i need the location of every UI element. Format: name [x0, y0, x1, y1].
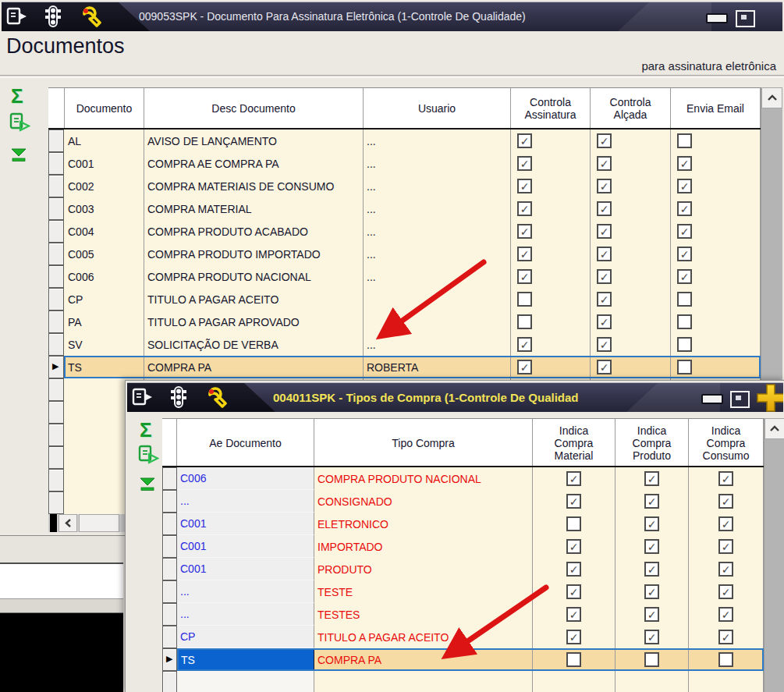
- checkbox-email[interactable]: ✓: [677, 179, 692, 193]
- checkbox-assinatura[interactable]: ✓: [517, 179, 532, 193]
- table-row[interactable]: C001PRODUTO✓✓✓: [162, 558, 764, 580]
- table-row[interactable]: ...TESTES✓✓✓: [162, 603, 764, 626]
- table-row[interactable]: PATITULO A PAGAR APROVADO✓: [48, 311, 761, 333]
- table-row[interactable]: C005COMPRA PRODUTO IMPORTADO...✓✓✓: [48, 243, 761, 265]
- checkbox-consumo[interactable]: [718, 652, 733, 667]
- column-header-envia-email[interactable]: Envia Email: [671, 88, 761, 129]
- table-row[interactable]: C004COMPRA PRODUTO ACABADO...✓✓✓: [48, 220, 761, 243]
- row-selector[interactable]: [162, 558, 177, 580]
- checkbox-material[interactable]: ✓: [566, 494, 581, 509]
- row-selector[interactable]: [48, 220, 64, 243]
- checkbox-material[interactable]: [566, 516, 581, 531]
- row-selector[interactable]: [162, 671, 177, 692]
- checkbox-assinatura[interactable]: ✓: [517, 360, 532, 374]
- checkbox-produto[interactable]: ✓: [644, 539, 659, 554]
- scroll-up-button[interactable]: [761, 87, 782, 108]
- table-row[interactable]: ▶TSCOMPRA PAROBERTA✓✓: [48, 356, 761, 378]
- checkbox-produto[interactable]: ✓: [644, 516, 659, 531]
- checkbox-material[interactable]: [566, 652, 581, 667]
- table-row[interactable]: C006COMPRA PRODUTO NACIONAL...✓✓✓: [48, 265, 761, 288]
- checkbox-consumo[interactable]: ✓: [718, 584, 733, 599]
- exit-icon[interactable]: [132, 388, 154, 410]
- checkbox-alcada[interactable]: ✓: [597, 269, 612, 284]
- row-selector[interactable]: [48, 378, 64, 401]
- checkbox-alcada[interactable]: ✓: [597, 360, 612, 374]
- checkbox-assinatura[interactable]: [517, 292, 532, 307]
- column-header-ae-documento[interactable]: Ae Documento: [177, 419, 314, 467]
- vertical-scrollbar[interactable]: [764, 418, 784, 692]
- traffic-light-icon[interactable]: [169, 386, 188, 411]
- export-tool-icon[interactable]: [9, 112, 30, 136]
- checkbox-email[interactable]: [677, 133, 692, 148]
- row-selector[interactable]: [48, 130, 64, 152]
- checkbox-alcada[interactable]: ✓: [597, 224, 612, 239]
- checkbox-assinatura[interactable]: ✓: [517, 224, 532, 239]
- row-selector[interactable]: [48, 491, 64, 514]
- checkbox-material[interactable]: ✓: [566, 584, 581, 599]
- traffic-light-icon[interactable]: [44, 5, 62, 30]
- wrench-icon[interactable]: [81, 6, 103, 31]
- checkbox-alcada[interactable]: ✓: [597, 292, 612, 307]
- checkbox-email[interactable]: ✓: [677, 156, 692, 171]
- row-selector[interactable]: [48, 152, 64, 175]
- row-selector[interactable]: [48, 446, 64, 469]
- row-selector[interactable]: [162, 513, 177, 535]
- checkbox-consumo[interactable]: ✓: [718, 471, 733, 486]
- column-header-indica-compra-consumo[interactable]: Indica Compra Consumo: [689, 419, 764, 467]
- checkbox-produto[interactable]: [644, 652, 659, 667]
- checkbox-consumo[interactable]: ✓: [718, 494, 733, 509]
- checkbox-email[interactable]: ✓: [677, 201, 692, 216]
- table-row[interactable]: C001IMPORTADO✓✓✓: [162, 535, 764, 558]
- checkbox-consumo[interactable]: ✓: [718, 562, 733, 577]
- table-row[interactable]: CPTITULO A PAGAR ACEITO✓✓✓: [162, 626, 764, 648]
- table-row[interactable]: SVSOLICITAÇÃO DE VERBA...✓✓: [48, 333, 761, 356]
- row-selector[interactable]: [48, 265, 64, 288]
- checkbox-assinatura[interactable]: ✓: [517, 247, 532, 261]
- checkbox-email[interactable]: ✓: [677, 269, 692, 284]
- checkbox-material[interactable]: ✓: [566, 562, 581, 577]
- checkbox-assinatura[interactable]: ✓: [517, 201, 532, 216]
- go-to-last-tool-icon[interactable]: [139, 477, 156, 495]
- scroll-left-button[interactable]: [59, 514, 77, 532]
- row-selector[interactable]: [48, 311, 64, 333]
- exit-icon[interactable]: [6, 7, 28, 29]
- wrench-icon[interactable]: [207, 387, 229, 412]
- column-header-usuario[interactable]: Usuario: [364, 88, 511, 129]
- row-selector[interactable]: ▶: [48, 356, 64, 378]
- row-selector[interactable]: [48, 469, 64, 491]
- column-header-desc-documento[interactable]: Desc Documento: [144, 88, 364, 129]
- table-row[interactable]: ...CONSIGNADO✓✓✓: [162, 490, 764, 513]
- go-to-last-tool-icon[interactable]: [10, 148, 27, 165]
- row-selector[interactable]: [48, 175, 64, 197]
- column-header-controla-alcada[interactable]: Controla Alçada: [591, 88, 671, 129]
- checkbox-produto[interactable]: ✓: [644, 494, 659, 509]
- row-selector[interactable]: [162, 626, 177, 648]
- checkbox-material[interactable]: ✓: [566, 630, 581, 644]
- row-selector[interactable]: [48, 243, 64, 265]
- column-header-documento[interactable]: Documento: [65, 88, 144, 129]
- table-row[interactable]: C001ELETRONICO✓✓: [162, 513, 764, 535]
- checkbox-material[interactable]: ✓: [566, 471, 581, 486]
- checkbox-consumo[interactable]: ✓: [718, 630, 733, 644]
- window2-titlebar[interactable]: 004011SPK - Tipos de Compra (1-Controle …: [127, 382, 783, 412]
- table-row[interactable]: CPTITULO A PAGAR ACEITO✓: [48, 288, 761, 311]
- checkbox-assinatura[interactable]: ✓: [517, 133, 532, 148]
- window1-titlebar[interactable]: 009053SPK - Documento Para Assinatura El…: [2, 2, 782, 31]
- column-header-tipo-compra[interactable]: Tipo Compra: [314, 419, 533, 467]
- row-selector[interactable]: [48, 288, 64, 311]
- horizontal-scroll-thumb[interactable]: [79, 514, 119, 532]
- checkbox-assinatura[interactable]: ✓: [517, 337, 532, 352]
- table-row[interactable]: C006COMPRA PRODUTO NACIONAL✓✓✓: [162, 467, 764, 490]
- checkbox-alcada[interactable]: ✓: [597, 201, 612, 216]
- row-selector[interactable]: [48, 197, 64, 220]
- checkbox-material[interactable]: ✓: [566, 607, 581, 622]
- checkbox-email[interactable]: ✓: [677, 224, 692, 239]
- column-header-indica-compra-material[interactable]: Indica Compra Material: [533, 419, 615, 467]
- checkbox-produto[interactable]: ✓: [644, 471, 659, 486]
- row-selector[interactable]: [162, 580, 177, 603]
- checkbox-assinatura[interactable]: ✓: [517, 156, 532, 171]
- row-selector[interactable]: [48, 401, 64, 424]
- checkbox-assinatura[interactable]: ✓: [517, 269, 532, 284]
- row-selector[interactable]: [162, 535, 177, 558]
- table-row[interactable]: C002COMPRA MATERIAIS DE CONSUMO...✓✓✓: [48, 175, 761, 197]
